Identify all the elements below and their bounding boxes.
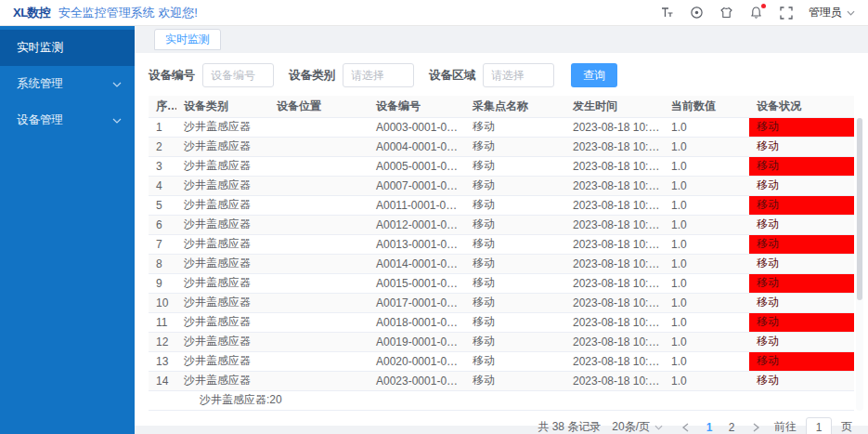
col-device-location: 设备位置	[269, 96, 369, 117]
table-row[interactable]: 13沙井盖感应器A0020-0001-0001-0001移动2023-08-18…	[149, 351, 854, 371]
table-cell	[269, 176, 369, 195]
table-cell: 移动	[465, 371, 565, 390]
table-row[interactable]: 8沙井盖感应器A0014-0001-0001-0001移动2023-08-18 …	[149, 254, 854, 273]
table-cell: 5	[149, 195, 176, 215]
table-cell: 2023-08-18 10:28:07	[565, 312, 664, 332]
goto-label: 前往	[774, 419, 797, 434]
help-icon[interactable]	[690, 6, 704, 20]
table-cell: A0019-0001-0001-0001	[369, 332, 465, 351]
table-cell: 沙井盖感应器	[176, 332, 269, 351]
table-row[interactable]: 5沙井盖感应器A0011-0001-0001-0001移动2023-08-18 …	[149, 195, 854, 215]
table-cell: 移动	[465, 351, 565, 371]
table-cell: 移动	[465, 117, 565, 137]
table-cell: A0007-0001-0001-0001	[369, 176, 465, 195]
table-cell: 10	[149, 293, 176, 312]
table-cell: 1.0	[664, 215, 749, 234]
prev-page-button[interactable]	[676, 418, 694, 434]
chevron-right-icon	[753, 423, 759, 432]
tab-realtime-monitor[interactable]: 实时监测	[154, 29, 221, 50]
table-cell: 1.0	[664, 351, 749, 371]
tags-view-bar: 实时监测	[135, 26, 868, 53]
col-current-value: 当前数值	[664, 96, 749, 117]
table-cell: 4	[149, 176, 176, 195]
summary-text: 沙井盖感应器:20	[149, 390, 854, 410]
table-cell	[269, 332, 369, 351]
table-row[interactable]: 4沙井盖感应器A0007-0001-0001-0001移动2023-08-18 …	[149, 176, 854, 195]
table-cell: 沙井盖感应器	[176, 351, 269, 371]
sidebar-item-label: 实时监测	[17, 40, 63, 56]
table-cell: 1.0	[664, 156, 749, 176]
table-row[interactable]: 10沙井盖感应器A0017-0001-0001-0001移动2023-08-18…	[149, 293, 854, 312]
table-cell	[269, 273, 369, 293]
table-cell: 沙井盖感应器	[176, 156, 269, 176]
table-cell	[269, 254, 369, 273]
table-cell: 沙井盖感应器	[176, 137, 269, 156]
search-button[interactable]: 查询	[571, 63, 617, 87]
table-cell	[269, 156, 369, 176]
table-row[interactable]: 2沙井盖感应器A0004-0001-0001-0001移动2023-08-18 …	[149, 137, 854, 156]
table-row[interactable]: 12沙井盖感应器A0019-0001-0001-0001移动2023-08-18…	[149, 332, 854, 351]
sidebar-item-label: 系统管理	[17, 76, 63, 92]
bell-icon[interactable]	[749, 6, 763, 20]
table-row[interactable]: 11沙井盖感应器A0018-0001-0001-0001移动2023-08-18…	[149, 312, 854, 332]
table-cell: 14	[149, 371, 176, 390]
table-cell: A0013-0001-0001-0001	[369, 234, 465, 254]
page-size-select[interactable]: 20条/页	[612, 419, 663, 434]
table-cell: 移动	[465, 254, 565, 273]
table-row[interactable]: 6沙井盖感应器A0012-0001-0001-0001移动2023-08-18 …	[149, 215, 854, 234]
font-size-icon[interactable]	[660, 6, 674, 20]
table-cell: 移动	[465, 332, 565, 351]
device-number-input[interactable]	[202, 63, 274, 87]
table-row[interactable]: 9沙井盖感应器A0015-0001-0001-0001移动2023-08-18 …	[149, 273, 854, 293]
table-cell: A0005-0001-0001-0001	[369, 156, 465, 176]
theme-icon[interactable]	[719, 6, 733, 20]
table-row[interactable]: 1沙井盖感应器A0003-0001-0001-0001移动2023-08-18 …	[149, 117, 854, 137]
status-badge: 移动	[749, 234, 854, 254]
scrollbar-thumb[interactable]	[857, 118, 862, 300]
table-cell: 2023-08-18 10:28:07	[565, 137, 664, 156]
table-cell: 1.0	[664, 195, 749, 215]
table-cell: 沙井盖感应器	[176, 234, 269, 254]
table-cell	[269, 195, 369, 215]
table-cell: 沙井盖感应器	[176, 371, 269, 390]
user-menu[interactable]: 管理员	[809, 5, 855, 20]
table-row[interactable]: 14沙井盖感应器A0023-0001-0001-0001移动2023-08-18…	[149, 371, 854, 390]
page-button-1[interactable]: 1	[700, 418, 719, 434]
device-category-select[interactable]	[343, 63, 414, 87]
table-cell	[269, 234, 369, 254]
goto-page-input[interactable]	[806, 417, 832, 434]
table-cell: 沙井盖感应器	[176, 117, 269, 137]
header-actions: 管理员	[660, 5, 855, 20]
table-cell: 1.0	[664, 293, 749, 312]
table-cell: 1.0	[664, 254, 749, 273]
table-cell: 1.0	[664, 332, 749, 351]
table-scrollbar[interactable]	[856, 118, 863, 411]
table-cell: 移动	[465, 176, 565, 195]
table-cell: 1.0	[664, 312, 749, 332]
table-cell: 移动	[465, 215, 565, 234]
table-cell: 7	[149, 234, 176, 254]
user-name: 管理员	[809, 5, 842, 20]
table-cell: A0015-0001-0001-0001	[369, 273, 465, 293]
page-button-2[interactable]: 2	[722, 418, 741, 434]
col-device-status: 设备状况	[749, 96, 854, 117]
device-area-select[interactable]	[483, 63, 554, 87]
table-cell: 1.0	[664, 273, 749, 293]
table-row[interactable]: 7沙井盖感应器A0013-0001-0001-0001移动2023-08-18 …	[149, 234, 854, 254]
chevron-down-icon	[112, 118, 122, 124]
table-cell	[269, 312, 369, 332]
next-page-button[interactable]	[746, 418, 765, 434]
table-cell: 2023-08-18 10:28:07	[565, 156, 664, 176]
col-occur-time: 发生时间	[565, 96, 664, 117]
sidebar-item[interactable]: 设备管理	[0, 102, 135, 138]
table-cell: A0012-0001-0001-0001	[369, 215, 465, 234]
sidebar-item[interactable]: 系统管理	[0, 66, 135, 102]
table-row[interactable]: 3沙井盖感应器A0005-0001-0001-0001移动2023-08-18 …	[149, 156, 854, 176]
fullscreen-icon[interactable]	[779, 6, 793, 20]
table-header-row: 序号 设备类别 设备位置 设备编号 采集点名称 发生时间 当前数值 设备状况	[149, 96, 854, 117]
status-badge: 移动	[749, 351, 854, 371]
table-cell: 11	[149, 312, 176, 332]
table-cell: 2023-08-18 10:28:07	[565, 234, 664, 254]
table-cell	[269, 351, 369, 371]
sidebar-item[interactable]: 实时监测	[0, 30, 135, 66]
